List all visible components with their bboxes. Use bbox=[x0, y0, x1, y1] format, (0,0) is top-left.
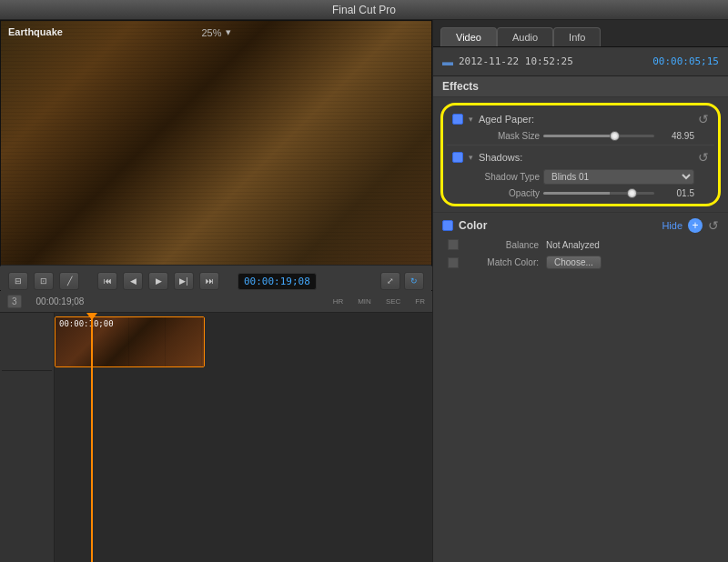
clip-block[interactable]: 00:00:10;00 bbox=[55, 316, 205, 367]
ruler-sec-label: SEC bbox=[386, 297, 400, 306]
clip-button[interactable]: ⊡ bbox=[34, 272, 54, 290]
clip-thumbnail: 00:00:10;00 bbox=[56, 317, 204, 366]
ruler-hr-label: HR bbox=[333, 297, 344, 306]
preview-right-controls: ⤢ ↻ bbox=[380, 272, 424, 290]
timecode-display: 00:00:19;08 bbox=[238, 273, 317, 290]
mask-size-thumb bbox=[610, 131, 620, 141]
effects-highlighted-group: ▾ Aged Paper: ↺ Mask Size 48.95 ▾ Shadow… bbox=[440, 103, 721, 206]
playhead-marker bbox=[91, 313, 93, 562]
zoom-control[interactable]: 25% ▾ bbox=[201, 26, 230, 38]
film-overlay bbox=[1, 21, 431, 265]
match-swatch bbox=[448, 257, 459, 268]
ruler-timecode: 00:00:19;08 bbox=[36, 296, 85, 306]
balance-value: Not Analyzed bbox=[546, 240, 600, 250]
color-reset-icon[interactable]: ↺ bbox=[708, 218, 719, 233]
shadows-name: Shadows: bbox=[479, 152, 693, 163]
shadows-effect-row: ▾ Shadows: ↺ bbox=[447, 147, 714, 167]
balance-row: Balance Not Analyzed bbox=[442, 236, 719, 253]
ruler-min-label: MIN bbox=[358, 297, 371, 306]
shadow-type-row: Shadow Type Blinds 01 bbox=[447, 167, 714, 186]
inspector-timecode: 00:00:05;15 bbox=[652, 55, 719, 67]
inspector-header: ▬ 2012-11-22 10:52:25 00:00:05;15 bbox=[433, 47, 728, 76]
shadow-type-select[interactable]: Blinds 01 bbox=[543, 169, 694, 185]
timeline-clips: 00:00:10;00 bbox=[55, 313, 432, 562]
inspector-tabs: Video Audio Info bbox=[433, 20, 728, 47]
mask-size-label: Mask Size bbox=[467, 131, 540, 141]
opacity-thumb bbox=[627, 188, 637, 198]
tab-info[interactable]: Info bbox=[553, 27, 601, 46]
right-panel: Video Audio Info ▬ 2012-11-22 10:52:25 0… bbox=[432, 20, 728, 562]
zoom-value: 25% bbox=[201, 27, 221, 38]
mask-size-slider[interactable] bbox=[543, 135, 654, 137]
aged-paper-checkbox[interactable] bbox=[452, 114, 463, 125]
shadows-triangle-icon: ▾ bbox=[469, 153, 473, 162]
color-header: Color Hide + ↺ bbox=[442, 218, 719, 233]
timeline-ruler: 3 00:00:19;08 HR MIN SEC FR bbox=[0, 291, 432, 313]
mask-size-row: Mask Size 48.95 bbox=[447, 129, 714, 143]
ruler-fr-label: FR bbox=[415, 297, 425, 306]
timeline-content-area: 00:00:10;00 bbox=[0, 313, 432, 562]
track-label bbox=[2, 316, 52, 371]
mask-size-value: 48.95 bbox=[658, 131, 694, 141]
aged-paper-reset-icon[interactable]: ↺ bbox=[698, 112, 709, 126]
aged-paper-name: Aged Paper: bbox=[479, 114, 693, 125]
opacity-slider[interactable] bbox=[543, 192, 654, 195]
inspector-date: 2012-11-22 10:52:25 bbox=[459, 55, 573, 67]
balance-swatch bbox=[448, 239, 459, 250]
aged-paper-triangle-icon: ▾ bbox=[469, 115, 473, 124]
tab-video[interactable]: Video bbox=[440, 27, 497, 46]
tab-audio[interactable]: Audio bbox=[497, 27, 553, 46]
go-to-end-button[interactable]: ⏭ bbox=[199, 272, 219, 290]
video-preview: Earthquake 25% ▾ ⊟ ⊡ ╱ ⏮ ◀ ▶ ▶| ⏭ 00:00:… bbox=[0, 20, 432, 266]
aged-paper-effect-row: ▾ Aged Paper: ↺ bbox=[447, 109, 714, 129]
timeline-sidebar bbox=[0, 313, 55, 562]
ruler-labels: HR MIN SEC FR bbox=[333, 297, 425, 306]
balance-label: Balance bbox=[466, 240, 539, 250]
trim-button[interactable]: ⊟ bbox=[8, 272, 28, 290]
play-button[interactable]: ▶ bbox=[148, 272, 168, 290]
color-add-button[interactable]: + bbox=[688, 218, 703, 233]
main-area: Earthquake 25% ▾ ⊟ ⊡ ╱ ⏮ ◀ ▶ ▶| ⏭ 00:00:… bbox=[0, 20, 728, 562]
clip-name-label: Earthquake bbox=[8, 26, 63, 37]
marker-badge: 3 bbox=[7, 295, 22, 308]
color-label: Color bbox=[459, 219, 487, 232]
left-panel: Earthquake 25% ▾ ⊟ ⊡ ╱ ⏮ ◀ ▶ ▶| ⏭ 00:00:… bbox=[0, 20, 432, 562]
shadows-checkbox[interactable] bbox=[452, 152, 463, 163]
go-to-start-button[interactable]: ⏮ bbox=[97, 272, 117, 290]
shadows-reset-icon[interactable]: ↺ bbox=[698, 150, 709, 165]
rewind-button[interactable]: ◀ bbox=[123, 272, 143, 290]
match-label: Match Color: bbox=[466, 257, 539, 267]
divider-1 bbox=[447, 145, 714, 146]
fullscreen-button[interactable]: ⤢ bbox=[380, 272, 400, 290]
clip-start-timecode: 00:00:10;00 bbox=[59, 319, 114, 328]
color-checkbox[interactable] bbox=[442, 220, 453, 231]
fast-forward-button[interactable]: ▶| bbox=[174, 272, 194, 290]
color-hide-button[interactable]: Hide bbox=[662, 220, 682, 231]
opacity-row: Opacity 01.5 bbox=[447, 186, 714, 200]
opacity-value: 01.5 bbox=[658, 188, 694, 198]
blade-button[interactable]: ╱ bbox=[59, 272, 79, 290]
match-color-row: Match Color: Choose... bbox=[442, 253, 719, 272]
shadow-type-label: Shadow Type bbox=[467, 172, 540, 182]
inspector-clip-icon: ▬ bbox=[442, 55, 453, 68]
color-title: Color bbox=[442, 219, 487, 232]
effects-section-label: Effects bbox=[433, 76, 728, 97]
zoom-arrow-icon: ▾ bbox=[226, 26, 231, 38]
app-title: Final Cut Pro bbox=[332, 4, 396, 16]
title-bar: Final Cut Pro bbox=[0, 0, 728, 20]
opacity-label: Opacity bbox=[467, 188, 540, 198]
video-preview-inner: Earthquake 25% ▾ bbox=[1, 21, 431, 265]
color-controls: Hide + ↺ bbox=[662, 218, 719, 233]
color-section: Color Hide + ↺ Balance Not Analyzed Matc… bbox=[433, 212, 728, 277]
loop-button[interactable]: ↻ bbox=[404, 272, 424, 290]
choose-button[interactable]: Choose... bbox=[546, 256, 602, 269]
